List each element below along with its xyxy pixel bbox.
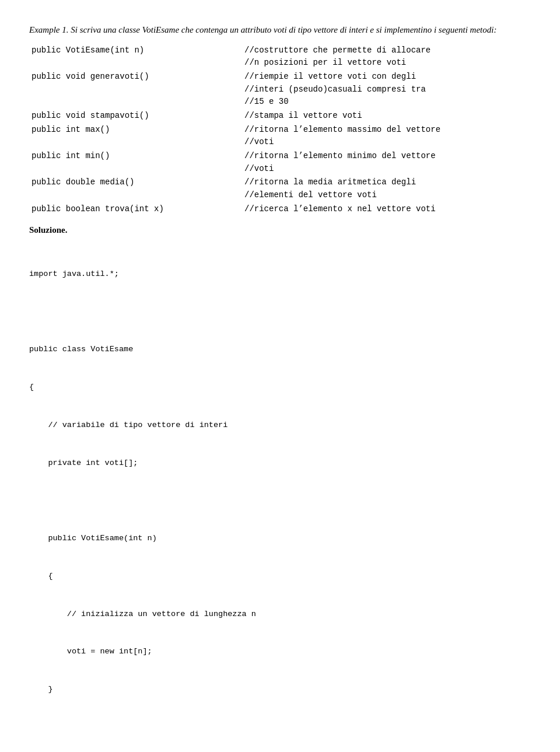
code-line: { xyxy=(29,570,531,583)
table-row: public int max() //ritorna l’elemento ma… xyxy=(29,123,531,149)
code-block: import java.util.*; public class VotiEsa… xyxy=(29,242,531,752)
table-row: public int min() //ritorna l’elemento mi… xyxy=(29,149,531,176)
method-comment: //ritorna l’elemento massimo del vettore… xyxy=(239,123,531,149)
method-signature: public VotiEsame(int n) xyxy=(29,44,239,70)
method-signature: public int min() xyxy=(29,149,239,176)
method-comment: //ritorna la media aritmetica degli//ele… xyxy=(239,176,531,202)
method-signature: public boolean trova(int x) xyxy=(29,202,239,216)
page-content: Example 1. Si scriva una classe VotiEsam… xyxy=(29,23,531,752)
method-comment: //riempie il vettore voti con degli//int… xyxy=(239,70,531,109)
method-signature: public void generavoti() xyxy=(29,70,239,109)
code-line xyxy=(29,494,531,507)
code-line: // inizializza un vettore di lunghezza n xyxy=(29,608,531,621)
method-signature: public int max() xyxy=(29,123,239,149)
code-line: voti = new int[n]; xyxy=(29,645,531,658)
method-signature: public double media() xyxy=(29,176,239,202)
code-line: import java.util.*; xyxy=(29,268,531,281)
method-comment: //stampa il vettore voti xyxy=(239,109,531,123)
method-comment: //ricerca l’elemento x nel vettore voti xyxy=(239,202,531,216)
code-line: { xyxy=(29,381,531,394)
method-comment: //ritorna l’elemento minimo del vettore/… xyxy=(239,149,531,176)
code-line xyxy=(29,305,531,318)
table-row: public double media() //ritorna la media… xyxy=(29,176,531,202)
table-row: public void stampavoti() //stampa il vet… xyxy=(29,109,531,123)
method-comment: //costruttore che permette di allocare//… xyxy=(239,44,531,70)
method-signature: public void stampavoti() xyxy=(29,109,239,123)
code-line xyxy=(29,721,531,734)
code-line: public VotiEsame(int n) xyxy=(29,532,531,545)
solution-heading: Soluzione. xyxy=(29,225,531,235)
description-text: Si scriva una classe VotiEsame che conte… xyxy=(71,25,496,34)
example-label: Example 1. xyxy=(29,25,68,34)
example-title: Example 1. Si scriva una classe VotiEsam… xyxy=(29,23,531,37)
table-row: public boolean trova(int x) //ricerca l’… xyxy=(29,202,531,216)
code-line: public class VotiEsame xyxy=(29,343,531,356)
table-row: public void generavoti() //riempie il ve… xyxy=(29,70,531,109)
code-line: private int voti[]; xyxy=(29,457,531,470)
table-row: public VotiEsame(int n) //costruttore ch… xyxy=(29,44,531,70)
methods-table: public VotiEsame(int n) //costruttore ch… xyxy=(29,44,531,216)
code-line: // variabile di tipo vettore di interi xyxy=(29,419,531,432)
code-line: } xyxy=(29,683,531,696)
